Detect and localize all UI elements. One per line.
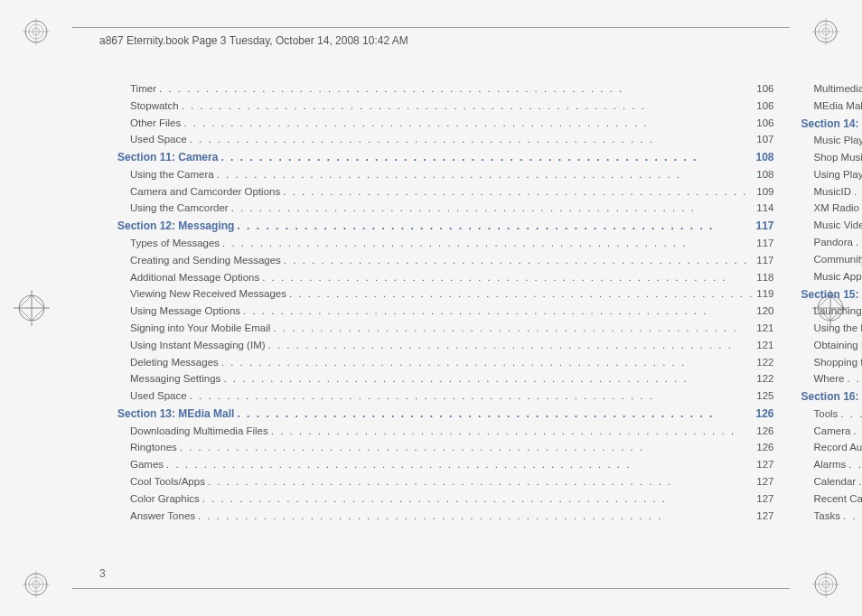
toc-page-number: 118 bbox=[756, 270, 773, 286]
toc-entry: Music Player . . . . . . . . . . . . . .… bbox=[801, 133, 862, 149]
toc-entry: Used Space . . . . . . . . . . . . . . .… bbox=[117, 132, 774, 148]
toc-label: Community bbox=[814, 252, 862, 268]
toc-page-number: 106 bbox=[756, 81, 773, 98]
toc-leader-dots: . . . . . . . . . . . . . . . . . . . . … bbox=[840, 406, 862, 423]
toc-entry: Messaging Settings . . . . . . . . . . .… bbox=[117, 371, 774, 387]
toc-label: Used Space bbox=[130, 132, 187, 148]
footer-rule bbox=[72, 588, 790, 589]
toc-label: Messaging Settings bbox=[130, 371, 220, 387]
toc-leader-dots: . . . . . . . . . . . . . . . . . . . . … bbox=[273, 321, 754, 337]
toc-label: Alarms bbox=[814, 457, 847, 473]
toc-label: Where bbox=[814, 371, 845, 387]
crop-mark-icon bbox=[812, 18, 839, 45]
toc-leader-dots: . . . . . . . . . . . . . . . . . . . . … bbox=[202, 491, 754, 508]
page-number: 3 bbox=[99, 567, 106, 580]
toc-page-number: 108 bbox=[756, 167, 773, 183]
toc-leader-dots: . . . . . . . . . . . . . . . . . . . . … bbox=[268, 338, 754, 354]
toc-leader-dots: . . . . . . . . . . . . . . . . . . . . … bbox=[237, 406, 753, 423]
toc-entry: Answer Tones . . . . . . . . . . . . . .… bbox=[117, 509, 774, 525]
toc-entry: Using Instant Messaging (IM) . . . . . .… bbox=[117, 338, 774, 354]
toc-entry: Used Space . . . . . . . . . . . . . . .… bbox=[117, 388, 774, 405]
toc-page-number: 107 bbox=[756, 132, 773, 148]
toc-label: Section 16: Applications bbox=[801, 388, 862, 406]
toc-page-number: 117 bbox=[755, 218, 773, 235]
toc-entry: Timer . . . . . . . . . . . . . . . . . … bbox=[117, 81, 774, 98]
toc-page-number: 125 bbox=[756, 388, 773, 405]
toc-entry: Shopping for GPS Applications . . . . . … bbox=[801, 355, 862, 371]
header-rule bbox=[72, 27, 790, 28]
crop-mark-icon bbox=[23, 18, 50, 45]
toc-label: Shopping for GPS Applications bbox=[814, 355, 862, 371]
toc-entry: Alarms . . . . . . . . . . . . . . . . .… bbox=[801, 457, 862, 473]
toc-label: Using the Camera bbox=[130, 167, 214, 183]
toc-entry: Cool Tools/Apps . . . . . . . . . . . . … bbox=[117, 474, 774, 490]
toc-label: Tools bbox=[814, 406, 839, 423]
toc-entry: Using the Camcorder . . . . . . . . . . … bbox=[117, 201, 774, 217]
toc-leader-dots: . . . . . . . . . . . . . . . . . . . . … bbox=[190, 132, 754, 148]
toc-entry: XM Radio . . . . . . . . . . . . . . . .… bbox=[801, 201, 862, 217]
toc-leader-dots: . . . . . . . . . . . . . . . . . . . . … bbox=[166, 457, 754, 473]
toc-entry: MEdia Mall Options . . . . . . . . . . .… bbox=[801, 98, 862, 115]
toc-leader-dots: . . . . . . . . . . . . . . . . . . . . … bbox=[854, 184, 862, 201]
toc-leader-dots: . . . . . . . . . . . . . . . . . . . . … bbox=[220, 149, 753, 166]
toc-label: XM Radio bbox=[814, 201, 860, 217]
toc-label: Section 14: AT&T Music bbox=[801, 116, 862, 133]
toc-leader-dots: . . . . . . . . . . . . . . . . . . . . … bbox=[223, 371, 754, 387]
toc-page-number: 121 bbox=[756, 338, 773, 354]
toc-page-number: 106 bbox=[756, 116, 773, 132]
toc-label: Color Graphics bbox=[130, 491, 200, 508]
toc-label: Deleting Messages bbox=[130, 355, 219, 371]
toc-leader-dots: . . . . . . . . . . . . . . . . . . . . … bbox=[182, 98, 754, 115]
toc-leader-dots: . . . . . . . . . . . . . . . . . . . . … bbox=[283, 184, 754, 201]
toc-entry: Obtaining Driving Directions . . . . . .… bbox=[801, 338, 862, 354]
toc-label: Cool Tools/Apps bbox=[130, 474, 205, 490]
toc-leader-dots: . . . . . . . . . . . . . . . . . . . . … bbox=[159, 81, 754, 98]
toc-entry: Multimedia Store . . . . . . . . . . . .… bbox=[801, 81, 862, 98]
toc-leader-dots: . . . . . . . . . . . . . . . . . . . . … bbox=[289, 286, 754, 303]
toc-section-heading: Section 12: Messaging . . . . . . . . . … bbox=[117, 218, 774, 235]
toc-label: Section 15: AT&T GPS bbox=[801, 286, 862, 303]
toc-leader-dots: . . . . . . . . . . . . . . . . . . . . … bbox=[221, 355, 754, 371]
toc-label: Multimedia Store bbox=[814, 81, 862, 98]
toc-entry: Deleting Messages . . . . . . . . . . . … bbox=[117, 355, 774, 371]
toc-label: Answer Tones bbox=[130, 509, 195, 525]
toc-page-number: 119 bbox=[756, 286, 773, 303]
toc-entry: Using the Navigator . . . . . . . . . . … bbox=[801, 321, 862, 337]
toc-label: Launching AT&T Navigator bbox=[814, 303, 862, 320]
toc-page-number: 117 bbox=[756, 253, 773, 269]
toc-entry: Additional Message Options . . . . . . .… bbox=[117, 270, 774, 286]
toc-entry: Stopwatch . . . . . . . . . . . . . . . … bbox=[117, 98, 774, 115]
toc-section-heading: Section 11: Camera . . . . . . . . . . .… bbox=[117, 149, 774, 166]
toc-label: Ringtones bbox=[130, 440, 177, 456]
toc-page-number: 108 bbox=[755, 149, 773, 166]
toc-leader-dots: . . . . . . . . . . . . . . . . . . . . … bbox=[856, 235, 862, 251]
toc-label: Music Applications bbox=[814, 269, 862, 285]
toc-page-number: 109 bbox=[756, 184, 773, 201]
toc-label: Pandora bbox=[814, 235, 853, 251]
toc-page-number: 120 bbox=[756, 303, 773, 320]
toc-label: Timer bbox=[130, 81, 156, 98]
toc-leader-dots: . . . . . . . . . . . . . . . . . . . . … bbox=[843, 509, 862, 525]
toc-label: Using Instant Messaging (IM) bbox=[130, 338, 266, 354]
toc-leader-dots: . . . . . . . . . . . . . . . . . . . . … bbox=[271, 424, 754, 440]
toc-leader-dots: . . . . . . . . . . . . . . . . . . . . … bbox=[217, 167, 754, 183]
toc-entry: Calendar . . . . . . . . . . . . . . . .… bbox=[801, 474, 862, 490]
toc-label: Types of Messages bbox=[130, 236, 220, 252]
toc-leader-dots: . . . . . . . . . . . . . . . . . . . . … bbox=[847, 371, 862, 387]
toc-leader-dots: . . . . . . . . . . . . . . . . . . . . … bbox=[183, 116, 754, 132]
toc-label: Obtaining Driving Directions bbox=[814, 338, 862, 354]
toc-entry: Color Graphics . . . . . . . . . . . . .… bbox=[117, 491, 774, 508]
toc-label: Camera and Camcorder Options bbox=[130, 184, 280, 201]
toc-leader-dots: . . . . . . . . . . . . . . . . . . . . … bbox=[208, 474, 754, 490]
toc-label: Games bbox=[130, 457, 164, 473]
toc-section-heading: Section 14: AT&T Music . . . . . . . . .… bbox=[801, 116, 862, 133]
toc-column-left: Timer . . . . . . . . . . . . . . . . . … bbox=[117, 81, 774, 553]
toc-entry: Using Message Options . . . . . . . . . … bbox=[117, 303, 774, 320]
toc-label: Music Videos bbox=[814, 218, 862, 234]
toc-label: Section 12: Messaging bbox=[117, 218, 234, 235]
toc-label: Tasks bbox=[814, 509, 840, 525]
toc-page-number: 121 bbox=[756, 321, 773, 337]
toc-page-number: 127 bbox=[756, 474, 773, 490]
toc-entry: Music Videos . . . . . . . . . . . . . .… bbox=[801, 218, 862, 234]
toc-entry: Pandora . . . . . . . . . . . . . . . . … bbox=[801, 235, 862, 251]
